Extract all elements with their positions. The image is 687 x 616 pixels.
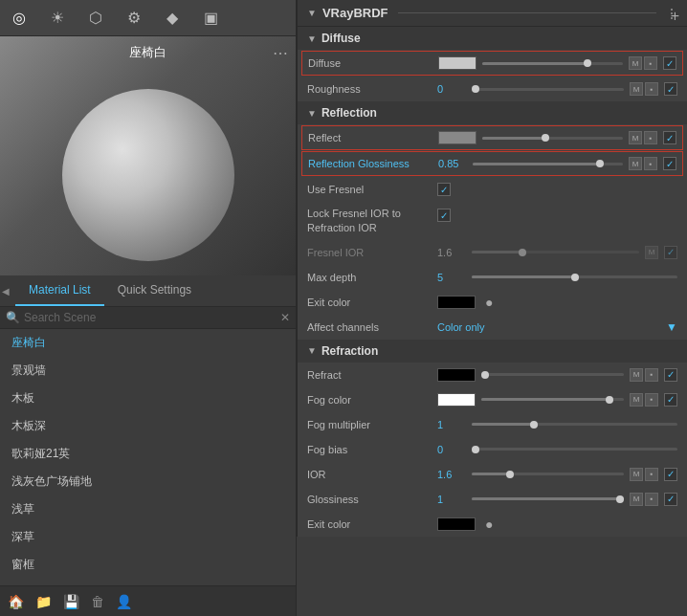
material-item-5[interactable]: 浅灰色广场铺地 bbox=[0, 468, 296, 495]
add-button[interactable]: + bbox=[671, 8, 679, 25]
ior-slider[interactable] bbox=[472, 473, 624, 475]
exit-color-ref-swatch[interactable] bbox=[437, 517, 476, 531]
roughness-checkbox[interactable] bbox=[664, 82, 677, 96]
prop-row-use-fresnel: Use Fresnel bbox=[298, 177, 687, 202]
fog-color-slider[interactable] bbox=[481, 398, 624, 401]
exit-color-swatch[interactable] bbox=[437, 296, 476, 309]
bottom-icon-user[interactable]: 👤 bbox=[116, 594, 132, 609]
glossiness-extra-icon[interactable]: ▪ bbox=[645, 493, 658, 506]
reflect-map-icon[interactable]: M bbox=[629, 131, 642, 144]
roughness-icons: M ▪ bbox=[630, 82, 658, 96]
bottom-icon-home[interactable]: 🏠 bbox=[8, 594, 24, 609]
material-item-4[interactable]: 歌莉娅21英 bbox=[0, 440, 296, 468]
roughness-slider[interactable] bbox=[472, 88, 624, 91]
tab-material-list[interactable]: Material List bbox=[15, 275, 104, 306]
search-clear[interactable]: ✕ bbox=[280, 311, 290, 324]
material-item-0[interactable]: 座椅白 bbox=[0, 329, 296, 357]
refl-glossiness-thumb[interactable] bbox=[596, 160, 604, 167]
refract-slider[interactable] bbox=[481, 373, 624, 376]
refl-glossiness-fill bbox=[473, 163, 600, 165]
glossiness-slider[interactable] bbox=[472, 497, 624, 500]
diffuse-color-swatch[interactable] bbox=[438, 56, 476, 70]
roughness-map-icon[interactable]: M bbox=[630, 82, 643, 96]
use-fresnel-checkbox[interactable] bbox=[437, 183, 451, 196]
refract-checkbox[interactable] bbox=[664, 368, 677, 382]
lock-fresnel-checkbox[interactable] bbox=[437, 209, 451, 222]
tab-quick-settings[interactable]: Quick Settings bbox=[104, 275, 205, 306]
ior-checkbox[interactable] bbox=[664, 468, 677, 481]
bottom-icon-delete[interactable]: 🗑 bbox=[91, 594, 104, 609]
ior-map-icon[interactable]: M bbox=[630, 468, 643, 481]
prop-label-roughness: Roughness bbox=[307, 83, 432, 95]
fog-multiplier-thumb[interactable] bbox=[530, 421, 538, 429]
toolbar-icon-light[interactable]: ☀ bbox=[46, 7, 69, 30]
tab-arrow-left[interactable]: ◀ bbox=[0, 286, 15, 297]
material-item-1[interactable]: 景观墙 bbox=[0, 357, 296, 385]
section-refraction[interactable]: ▼ Refraction bbox=[298, 340, 687, 363]
search-icon: 🔍 bbox=[6, 311, 20, 324]
glossiness-checkbox[interactable] bbox=[664, 493, 677, 506]
reflect-checkbox[interactable] bbox=[663, 131, 676, 144]
toolbar-icon-gem[interactable]: ◆ bbox=[161, 7, 184, 30]
max-depth-thumb[interactable] bbox=[571, 274, 579, 281]
ior-extra-icon[interactable]: ▪ bbox=[645, 468, 658, 481]
diffuse-slider[interactable] bbox=[482, 62, 623, 65]
fog-multiplier-slider[interactable] bbox=[472, 423, 677, 426]
toolbar-icon-settings[interactable]: ⚙ bbox=[122, 7, 145, 30]
roughness-slider-thumb[interactable] bbox=[472, 85, 479, 93]
section-diffuse[interactable]: ▼ Diffuse bbox=[298, 27, 687, 50]
prop-row-exit-color-ref: Exit color ● bbox=[298, 512, 687, 537]
toolbar-icon-object[interactable]: ⬡ bbox=[84, 7, 107, 30]
refract-color-swatch[interactable] bbox=[437, 368, 476, 382]
diffuse-map-icon[interactable]: M bbox=[629, 56, 642, 70]
refl-glossiness-map-icon[interactable]: M bbox=[629, 157, 642, 170]
bottom-icon-folder[interactable]: 📁 bbox=[35, 594, 52, 609]
fog-bias-thumb[interactable] bbox=[472, 446, 479, 453]
refl-glossiness-slider[interactable] bbox=[473, 163, 623, 165]
search-input[interactable] bbox=[24, 311, 277, 324]
affect-channels-value[interactable]: Color only bbox=[437, 321, 660, 333]
reflect-color-swatch[interactable] bbox=[438, 131, 476, 144]
bottom-icon-save[interactable]: 💾 bbox=[63, 594, 79, 609]
fog-color-extra-icon[interactable]: ▪ bbox=[645, 393, 658, 407]
reflect-slider-thumb[interactable] bbox=[542, 134, 549, 142]
refract-thumb[interactable] bbox=[481, 371, 489, 379]
fog-color-map-icon[interactable]: M bbox=[630, 393, 643, 407]
refract-extra-icon[interactable]: ▪ bbox=[645, 368, 658, 382]
fog-color-thumb[interactable] bbox=[606, 396, 613, 404]
material-item-7[interactable]: 深草 bbox=[0, 523, 296, 551]
prop-label-exit-color: Exit color bbox=[307, 297, 432, 308]
section-reflection[interactable]: ▼ Reflection bbox=[298, 101, 687, 124]
diffuse-checkbox[interactable] bbox=[663, 56, 676, 70]
fog-color-swatch[interactable] bbox=[437, 393, 476, 407]
material-item-2[interactable]: 木板 bbox=[0, 385, 296, 412]
prop-row-lock-fresnel: Lock Fresnel IOR to Refraction IOR bbox=[298, 202, 687, 240]
ior-thumb[interactable] bbox=[506, 471, 514, 478]
refract-map-icon[interactable]: M bbox=[630, 368, 643, 382]
vray-title-row: ▼ VRayBRDF bbox=[307, 6, 388, 20]
reflect-slider[interactable] bbox=[482, 137, 623, 140]
material-item-8[interactable]: 窗框 bbox=[0, 551, 296, 579]
refl-glossiness-checkbox[interactable] bbox=[663, 157, 676, 170]
fog-bias-slider[interactable] bbox=[472, 448, 677, 451]
diffuse-extra-icon[interactable]: ▪ bbox=[644, 56, 657, 70]
material-item-6[interactable]: 浅草 bbox=[0, 495, 296, 523]
glossiness-map-icon[interactable]: M bbox=[630, 493, 643, 506]
toolbar-icon-grid[interactable]: ▣ bbox=[199, 7, 222, 30]
material-item-3[interactable]: 木板深 bbox=[0, 412, 296, 440]
prop-row-fresnel-ior: Fresnel IOR 1.6 M bbox=[298, 240, 687, 265]
max-depth-slider[interactable] bbox=[472, 275, 677, 278]
fog-color-checkbox[interactable] bbox=[664, 393, 677, 407]
prop-row-glossiness: Glossiness 1 M ▪ bbox=[298, 487, 687, 512]
affect-chevron-icon[interactable]: ▼ bbox=[666, 320, 677, 334]
roughness-extra-icon[interactable]: ▪ bbox=[645, 82, 658, 96]
vray-collapse-arrow[interactable]: ▼ bbox=[307, 8, 317, 18]
diffuse-slider-thumb[interactable] bbox=[584, 59, 591, 67]
refl-glossiness-extra-icon[interactable]: ▪ bbox=[644, 157, 657, 170]
fog-multiplier-fill bbox=[472, 423, 534, 426]
toolbar-icon-render[interactable]: ◎ bbox=[8, 7, 31, 30]
glossiness-thumb[interactable] bbox=[616, 495, 624, 503]
reflect-extra-icon[interactable]: ▪ bbox=[644, 131, 657, 144]
preview-dots[interactable]: ⋯ bbox=[273, 44, 288, 62]
material-item-9[interactable]: 马路牙子 bbox=[0, 579, 296, 585]
